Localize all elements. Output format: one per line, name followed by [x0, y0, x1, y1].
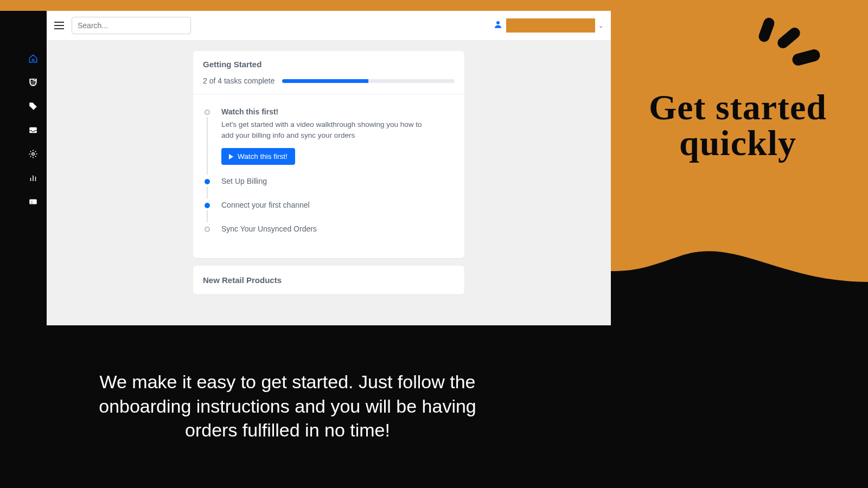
new-retail-products-card: New Retail Products: [193, 266, 464, 294]
svg-rect-6: [29, 200, 37, 204]
user-name-badge: [506, 18, 595, 33]
promo-caption: We make it easy to get started. Just fol…: [71, 370, 505, 442]
sidebar-analytics-icon[interactable]: [28, 172, 39, 183]
sidebar-inbox-icon[interactable]: [28, 125, 39, 136]
user-icon: [493, 20, 503, 31]
svg-point-2: [32, 153, 35, 156]
watch-button-label: Watch this first!: [238, 152, 288, 160]
svg-rect-1: [29, 127, 37, 133]
promo-heading: Get started quickly: [629, 89, 846, 161]
sidebar-products-icon[interactable]: [28, 77, 39, 88]
svg-point-8: [496, 21, 500, 24]
sidebar-home-icon[interactable]: [28, 53, 39, 64]
task-status-icon: [205, 227, 210, 232]
task-setup-billing[interactable]: Set Up Billing: [203, 177, 458, 201]
content-area: Getting Started 2 of 4 tasks complete: [47, 40, 611, 325]
progress-row: 2 of 4 tasks complete: [193, 73, 464, 94]
card-title: Getting Started: [203, 60, 455, 69]
search-input[interactable]: [72, 17, 191, 34]
svg-point-7: [31, 201, 33, 202]
task-title: Sync Your Unsynced Orders: [221, 224, 458, 233]
task-status-icon: [205, 179, 210, 184]
task-title: Watch this first!: [221, 107, 458, 116]
card-title: New Retail Products: [203, 275, 455, 285]
task-sync-orders[interactable]: Sync Your Unsynced Orders: [203, 224, 458, 236]
progress-fill: [282, 79, 368, 83]
task-title: Connect your first channel: [221, 201, 458, 209]
progress-text: 2 of 4 tasks complete: [203, 76, 275, 85]
topbar: ⌄: [47, 11, 611, 40]
watch-first-button[interactable]: Watch this first!: [221, 148, 295, 165]
chevron-down-icon: ⌄: [598, 22, 603, 29]
sidebar-tags-icon[interactable]: [28, 101, 39, 112]
sidebar-idcard-icon[interactable]: [28, 196, 39, 207]
play-icon: [229, 154, 233, 159]
sidebar: [20, 11, 47, 325]
sidebar-settings-icon[interactable]: [28, 149, 39, 159]
task-connect-channel[interactable]: Connect your first channel: [203, 201, 458, 224]
menu-toggle-icon[interactable]: [54, 22, 64, 29]
svg-point-0: [30, 104, 31, 105]
user-menu[interactable]: ⌄: [493, 18, 603, 33]
task-status-icon: [205, 110, 210, 115]
task-status-icon: [205, 203, 210, 208]
task-list: Watch this first! Let's get started with…: [193, 94, 464, 258]
task-description: Let's get started with a video walkthrou…: [221, 119, 427, 140]
getting-started-card: Getting Started 2 of 4 tasks complete: [193, 51, 464, 258]
dashboard-window: ⌄ Getting Started 2 of 4 tasks complete: [20, 11, 611, 325]
progress-bar: [282, 79, 455, 83]
task-title: Set Up Billing: [221, 177, 458, 185]
main-area: ⌄ Getting Started 2 of 4 tasks complete: [47, 11, 611, 325]
task-watch-first[interactable]: Watch this first! Let's get started with…: [203, 107, 458, 177]
